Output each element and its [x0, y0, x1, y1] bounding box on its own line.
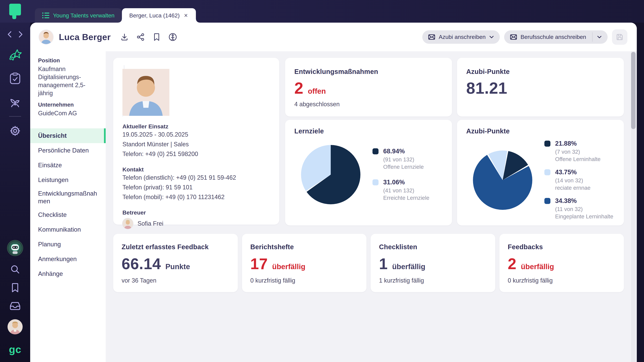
einsatz-phone: Telefon: +49 (0) 251 598200: [122, 149, 270, 159]
app-logo[interactable]: [0, 0, 30, 23]
tab-strip: Young Talents verwalten Berger, Luca (14…: [35, 8, 196, 23]
chevron-down-icon[interactable]: [597, 36, 602, 38]
company-value: GuideCom AG: [38, 109, 99, 117]
mail-icon: [428, 34, 435, 40]
checklisten-overdue-label: überfällig: [392, 263, 425, 271]
feedback-score-label: Punkte: [165, 263, 190, 271]
feedback-score-value: 66.14: [122, 255, 161, 273]
tab-label: Young Talents verwalten: [53, 12, 114, 19]
accessibility-icon[interactable]: [168, 33, 177, 41]
berufsschule-anschreiben-button[interactable]: Berufsschule anschreiben: [504, 30, 608, 44]
bookmark-icon[interactable]: [152, 33, 161, 41]
app-window: Young Talents verwalten Berger, Luca (14…: [0, 0, 644, 362]
azubi-anschreiben-button[interactable]: Azubi anschreiben: [422, 30, 500, 44]
save-button[interactable]: [612, 29, 628, 45]
company-label: Unternehmen: [38, 102, 99, 108]
completed-measures: 4 abgeschlossen: [294, 101, 443, 108]
page-title: Luca Berger: [59, 32, 111, 42]
legend-swatch: [544, 141, 550, 147]
lernziele-pie-chart: [301, 145, 360, 204]
list-icon: [42, 12, 49, 18]
azubi-punkte-chart-card: Azubi-Punkte 21.88% (7 von 32): [457, 120, 624, 225]
azubi-punkte-card: Azubi-Punkte 81.21: [457, 58, 624, 116]
chevron-down-icon: [489, 36, 494, 38]
feedbacks-sub: 0 kurzfristig fällig: [508, 277, 616, 284]
legend-pct: 21.88%: [555, 140, 600, 147]
legend-item: 21.88% (7 von 32)Offene Lerninhalte: [544, 140, 613, 163]
einsatz-location: Standort Münster | Sales: [122, 139, 270, 149]
feedbacks-overdue-label: überfällig: [521, 263, 554, 271]
record-panel: Luca Berger: [30, 23, 637, 362]
button-label: Azubi anschreiben: [439, 34, 486, 40]
profile-photo-small: [39, 30, 53, 44]
save-disk-icon: [616, 33, 623, 41]
subnav-item-checkliste[interactable]: Checkliste: [30, 207, 106, 222]
subnav-item-kommunikation[interactable]: Kommunikation: [30, 222, 106, 237]
azubi-punkte-pie-chart: [473, 150, 532, 210]
user-avatar[interactable]: [8, 319, 23, 334]
card-title: Lernziele: [294, 127, 443, 135]
mail-icon: [510, 34, 517, 40]
subnav-item-anmerkungen[interactable]: Anmerkungen: [30, 252, 106, 267]
betreuer-avatar: [122, 218, 133, 229]
record-header: Luca Berger: [30, 23, 637, 51]
tab-label: Berger, Luca (1462): [129, 12, 180, 19]
legend-swatch: [544, 198, 550, 204]
betreuer-name[interactable]: Sofia Frei: [138, 221, 163, 227]
legend-sub: (91 von 132)Offene Lernziele: [383, 156, 424, 171]
spacer: [466, 101, 615, 108]
legend-sub: (11 von 32)Eingeplante Lerninhalte: [555, 205, 613, 220]
history-back-icon[interactable]: [7, 31, 12, 38]
card-title: Berichtshefte: [250, 243, 358, 251]
young-talents-rocket-icon[interactable]: [8, 48, 22, 60]
legend-swatch: [372, 148, 378, 154]
legend-pct: 31.06%: [383, 179, 429, 186]
development-plant-icon[interactable]: [9, 96, 21, 107]
share-icon[interactable]: [136, 33, 145, 41]
open-measures-count: 2: [294, 79, 304, 97]
feedbacks-card: Feedbacks 2 überfällig 0 kurzfristig fäl…: [500, 234, 624, 292]
betreuer-label: Betreuer: [122, 209, 270, 216]
subnav-item-einsaetze[interactable]: Einsätze: [30, 158, 106, 173]
button-label: Berufsschule anschreiben: [520, 34, 586, 40]
legend-sub: (41 von 132)Erreichte Lernziele: [383, 187, 429, 202]
phone-work: Telefon (dienstlich): +49 (0) 251 91 59-…: [122, 173, 270, 183]
feedback-score-sub: vor 36 Tagen: [122, 277, 230, 284]
scrollbar-thumb[interactable]: [631, 52, 636, 129]
subnav-item-persoenliche-daten[interactable]: Persönliche Daten: [30, 143, 106, 158]
scrollbar-track[interactable]: [631, 51, 636, 362]
ai-assistant-avatar[interactable]: [8, 241, 23, 256]
berichtshefte-sub: 0 kurzfristig fällig: [250, 277, 358, 284]
tab-young-talents[interactable]: Young Talents verwalten: [35, 8, 122, 23]
history-forward-icon[interactable]: [18, 31, 23, 38]
einsatz-label: Aktueller Einsatz: [122, 123, 270, 130]
sidebar-divider: [9, 116, 21, 117]
button-divider: [592, 32, 592, 42]
profile-card: Aktueller Einsatz 19.05.2025 - 30.05.202…: [113, 58, 279, 225]
bookmarks-icon[interactable]: [12, 283, 19, 293]
legend-pct: 34.38%: [555, 197, 613, 204]
card-title: Azubi-Punkte: [466, 68, 615, 75]
tasks-clipboard-icon[interactable]: [10, 72, 20, 84]
legend-sub: (14 von 32)reciate ernnae: [555, 177, 590, 192]
legend-swatch: [372, 179, 378, 185]
inbox-icon[interactable]: [10, 302, 20, 310]
tab-berger-luca[interactable]: Berger, Luca (1462) ×: [122, 8, 196, 23]
subnav-item-entwicklungsmassnahmen[interactable]: Entwicklungsmaßnahmen: [30, 187, 104, 207]
tab-close-icon[interactable]: ×: [184, 12, 188, 18]
einsatz-dates: 19.05.2025 - 30.05.2025: [122, 130, 270, 139]
subnav-item-anhaenge[interactable]: Anhänge: [30, 267, 106, 281]
subnav-item-leistungen[interactable]: Leistungen: [30, 173, 106, 187]
feedbacks-overdue-count: 2: [508, 255, 516, 273]
legend-pct: 68.94%: [383, 148, 424, 155]
download-icon[interactable]: [120, 33, 129, 41]
subnav-item-uebersicht[interactable]: Übersicht: [30, 128, 106, 143]
overview-content: Aktueller Einsatz 19.05.2025 - 30.05.202…: [106, 51, 637, 362]
record-subnav: Position Kaufmann Digitalisierungs-manag…: [30, 51, 106, 362]
subnav-item-planung[interactable]: Planung: [30, 237, 106, 252]
settings-gear-icon[interactable]: [10, 125, 21, 136]
search-icon[interactable]: [10, 265, 20, 274]
berichtshefte-overdue-label: überfällig: [272, 263, 306, 271]
feedback-score-card: Zuletzt erfasstes Feedback 66.14 Punkte …: [113, 234, 238, 292]
top-tab-bar: Young Talents verwalten Berger, Luca (14…: [0, 0, 644, 23]
